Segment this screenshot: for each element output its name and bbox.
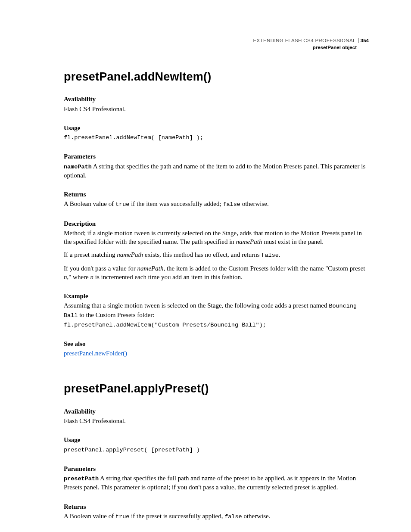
returns-post: otherwise. [242,513,271,520]
param-text: A string that specifies the path and nam… [64,163,365,179]
parameters-label: Parameters [64,464,369,473]
desc-italic: namePath [117,251,143,258]
desc-text: ," where [67,274,90,280]
returns-mid: if the item was successfully added; [129,200,223,207]
returns-true: true [115,513,129,520]
description-p1: Method; if a single motion tween is curr… [64,229,369,246]
returns-text: A Boolean value of true if the item was … [64,199,369,208]
parameters-label: Parameters [64,152,369,161]
returns-true: true [115,201,129,208]
section-name: presetPanel object [253,44,369,51]
returns-label: Returns [64,502,369,511]
desc-italic: n [64,274,67,280]
desc-text: If a preset matching [64,251,117,258]
availability-label: Availability [64,95,369,103]
method-heading-applypreset: presetPanel.applyPreset() [64,381,369,396]
description-p2: If a preset matching namePath exists, th… [64,250,369,259]
returns-pre: A Boolean value of [64,200,115,207]
availability-text: Flash CS4 Professional. [64,417,369,425]
description-label: Description [64,219,369,228]
desc-italic: n [90,274,94,280]
availability-text: Flash CS4 Professional. [64,105,369,113]
param-name: namePath [64,164,92,170]
example-text: Assuming that a single motion tween is s… [64,301,369,319]
availability-label: Availability [64,407,369,416]
running-header: EXTENDING FLASH CS4 PROFESSIONAL354 pres… [253,37,369,51]
example-label: Example [64,292,369,300]
seealso-links: presetPanel.newFolder() [64,349,369,358]
parameter-description: presetPath A string that specifies the f… [64,474,369,492]
desc-text: must exist in the panel. [262,238,323,245]
returns-label: Returns [64,190,369,199]
returns-post: otherwise. [240,200,269,207]
returns-text: A Boolean value of true if the preset is… [64,512,369,521]
usage-code: presetPanel.applyPreset( [presetPath] ) [64,446,369,454]
returns-pre: A Boolean value of [64,513,115,520]
returns-false: false [224,513,242,520]
desc-text: exists, this method has no effect, and r… [143,251,261,258]
param-text: A string that specifies the full path an… [64,475,356,491]
page-number: 354 [361,38,369,43]
parameter-description: namePath A string that specifies the pat… [64,162,369,180]
example-pre: Assuming that a single motion tween is s… [64,302,329,309]
usage-label: Usage [64,124,369,132]
desc-code: false [261,252,279,258]
seealso-label: See also [64,339,369,348]
desc-text: . [279,251,280,258]
param-name: presetPath [64,476,99,482]
method-heading-addnewitem: presetPanel.addNewItem() [64,69,369,84]
desc-text: If you don't pass a value for [64,265,137,272]
link-newfolder[interactable]: presetPanel.newFolder() [64,350,127,357]
example-post: to the Custom Presets folder: [78,311,154,318]
usage-label: Usage [64,436,369,444]
page: EXTENDING FLASH CS4 PROFESSIONAL354 pres… [0,0,411,532]
example-code: fl.presetPanel.addNewItem("Custom Preset… [64,321,369,329]
desc-text: is incremented each time you add an item… [93,274,243,280]
usage-code: fl.presetPanel.addNewItem( [namePath] ); [64,134,369,142]
returns-false: false [223,201,240,208]
description-p3: If you don't pass a value for namePath, … [64,264,369,282]
book-title: EXTENDING FLASH CS4 PROFESSIONAL [253,38,358,43]
desc-italic: namePath [236,238,262,245]
desc-text: , the item is added to the Custom Preset… [163,265,365,272]
desc-italic: namePath [137,265,164,272]
returns-mid: if the preset is successfully applied, [129,513,224,520]
